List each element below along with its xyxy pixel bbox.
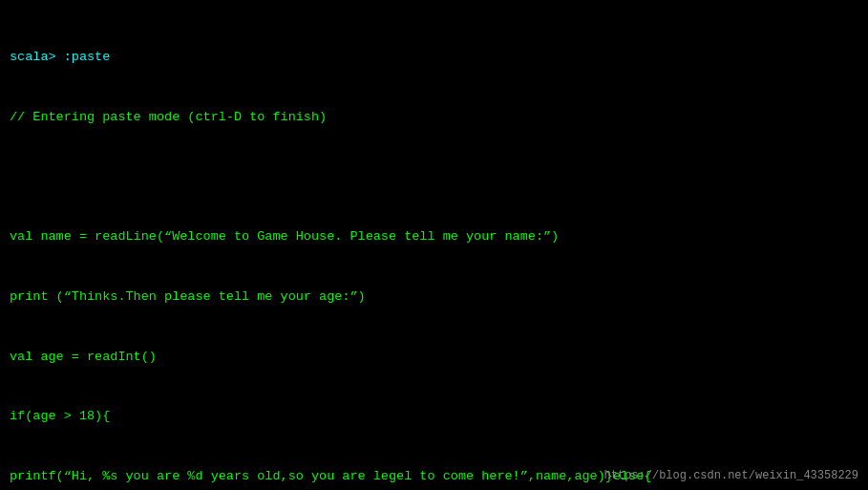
line-5: print (“Thinks.Then please tell me your … (10, 288, 858, 308)
line-1: scala> :paste (10, 48, 858, 68)
line-3 (10, 167, 858, 187)
terminal-content: scala> :paste // Entering paste mode (ct… (10, 8, 858, 490)
line-4: val name = readLine(“Welcome to Game Hou… (10, 227, 858, 247)
line-7: if(age > 18){ (10, 407, 858, 427)
line-6: val age = readInt() (10, 348, 858, 368)
footer-url: https://blog.csdn.net/weixin_43358229 (604, 469, 858, 482)
line-2: // Entering paste mode (ctrl-D to finish… (10, 108, 858, 128)
terminal-window: scala> :paste // Entering paste mode (ct… (0, 0, 868, 490)
